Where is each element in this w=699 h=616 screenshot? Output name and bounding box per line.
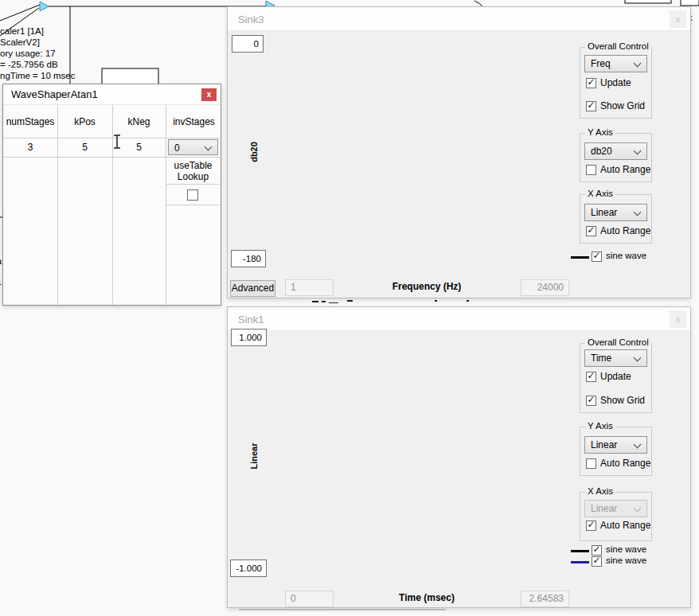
x-axis-title: Time (msec) [307, 592, 546, 603]
show-grid-checkbox[interactable] [586, 101, 596, 111]
close-icon[interactable]: x [670, 10, 686, 28]
diagram-block [625, 0, 671, 3]
legend-line-swatch [571, 256, 589, 259]
invstages-select[interactable]: 0 [168, 139, 218, 155]
row-divider [3, 157, 222, 158]
close-icon[interactable]: x [670, 310, 686, 328]
sink3-window: Sink3 x 0 -180 db20 Frequency (Hz) Advan… [227, 6, 691, 298]
overall-control-select[interactable]: Time [584, 349, 647, 367]
column-header-invstages: invStages [166, 105, 222, 138]
sink3-title: Sink3 [238, 14, 264, 25]
overall-control-select[interactable]: Freq [584, 55, 647, 72]
overall-control-group-label: Overall Control [585, 41, 651, 51]
column-header-kneg: kNeg [112, 105, 166, 138]
waveshaper-window: WaveShaperAtan1 x numStages kPos kNeg in… [2, 84, 221, 306]
column-header-kpos: kPos [57, 105, 112, 138]
sink3-titlebar[interactable]: Sink3 x [228, 7, 690, 31]
close-icon[interactable]: x [201, 88, 217, 101]
y-axis-unit-label: Linear [249, 424, 259, 488]
time-plot[interactable] [260, 339, 569, 590]
y-auto-range-checkbox[interactable] [586, 458, 596, 469]
x-axis-group-label: X Axis [585, 486, 615, 496]
module-info-text: ScalerV2] [0, 37, 40, 47]
desktop: caler1 [1A] ScalerV2] ory usage: 17 = -2… [0, 0, 699, 616]
numstages-value-field[interactable]: 3 [3, 138, 57, 157]
legend-trace-checkbox[interactable] [592, 556, 602, 567]
y-axis-group-label: Y Axis [585, 421, 615, 431]
module-info-text: ory usage: 17 [0, 49, 56, 58]
advanced-button[interactable]: Advanced [230, 280, 275, 297]
x-min-input[interactable]: 1 [285, 279, 334, 296]
sink1-title: Sink1 [238, 314, 264, 326]
text-cursor-icon [112, 135, 122, 150]
y-auto-range-checkbox[interactable] [586, 165, 596, 175]
x-min-input[interactable]: 0 [285, 591, 334, 607]
fft-plot[interactable] [260, 41, 569, 282]
update-checkbox-label: Update [600, 77, 631, 88]
x-axis-title: Frequency (Hz) [307, 281, 546, 292]
x-max-input[interactable]: 2.64583 [521, 591, 569, 607]
x-axis-mode-select[interactable]: Linear [584, 500, 647, 517]
show-grid-checkbox-label: Show Grid [600, 395, 645, 406]
overall-control-group-label: Overall Control [585, 337, 651, 347]
update-checkbox[interactable] [586, 372, 596, 382]
y-axis-mode-select[interactable]: Linear [584, 436, 647, 454]
show-grid-checkbox-label: Show Grid [600, 100, 645, 111]
x-auto-range-label: Auto Range [600, 520, 650, 531]
y-auto-range-label: Auto Range [600, 164, 650, 175]
row-divider [166, 184, 222, 185]
kpos-value-field[interactable]: 5 [57, 138, 112, 157]
legend-trace-label: sine wave [606, 544, 646, 554]
x-axis-mode-select[interactable]: Linear [584, 204, 647, 221]
y-max-input[interactable]: 0 [232, 35, 264, 53]
legend-trace-checkbox[interactable] [592, 251, 602, 262]
legend-trace-label: sine wave [606, 556, 646, 565]
y-auto-range-label: Auto Range [600, 458, 650, 469]
diagram-block [681, 0, 699, 6]
module-info-text: ngTime = 10 msec [0, 71, 76, 80]
y-axis-mode-select[interactable]: db20 [584, 142, 647, 160]
waveshaper-title: WaveShaperAtan1 [11, 88, 98, 100]
legend-line-swatch [571, 550, 589, 552]
row-divider [166, 205, 222, 205]
x-axis-group-label: X Axis [585, 189, 615, 198]
module-info-text: caler1 [1A] [0, 26, 44, 36]
show-grid-checkbox[interactable] [586, 396, 596, 406]
sink1-titlebar[interactable]: Sink1 x [228, 307, 690, 331]
x-auto-range-label: Auto Range [600, 225, 650, 236]
background-text-fragment: 1 [0, 277, 2, 287]
update-checkbox-label: Update [600, 371, 631, 382]
wire-arrow-icon [40, 2, 49, 11]
x-auto-range-checkbox[interactable] [586, 520, 596, 531]
module-info-text: = -25.7956 dB [0, 60, 58, 69]
legend-trace-label: sine wave [606, 251, 646, 260]
waveshaper-titlebar[interactable]: WaveShaperAtan1 x [3, 84, 221, 105]
usetable-lookup-label: useTable Lookup [166, 160, 220, 182]
background-text-fragment [312, 300, 469, 303]
x-max-input[interactable]: 24000 [521, 279, 569, 296]
y-axis-group-label: Y Axis [585, 127, 615, 137]
x-auto-range-checkbox[interactable] [586, 226, 596, 236]
sink1-window: Sink1 x 1.000 -1.000 Linear Time (msec) … [227, 306, 691, 608]
column-header-numstages: numStages [3, 105, 57, 138]
y-axis-unit-label: db20 [249, 120, 259, 184]
legend-line-swatch [571, 561, 589, 563]
update-checkbox[interactable] [586, 78, 596, 88]
usetable-lookup-checkbox[interactable] [187, 189, 198, 201]
